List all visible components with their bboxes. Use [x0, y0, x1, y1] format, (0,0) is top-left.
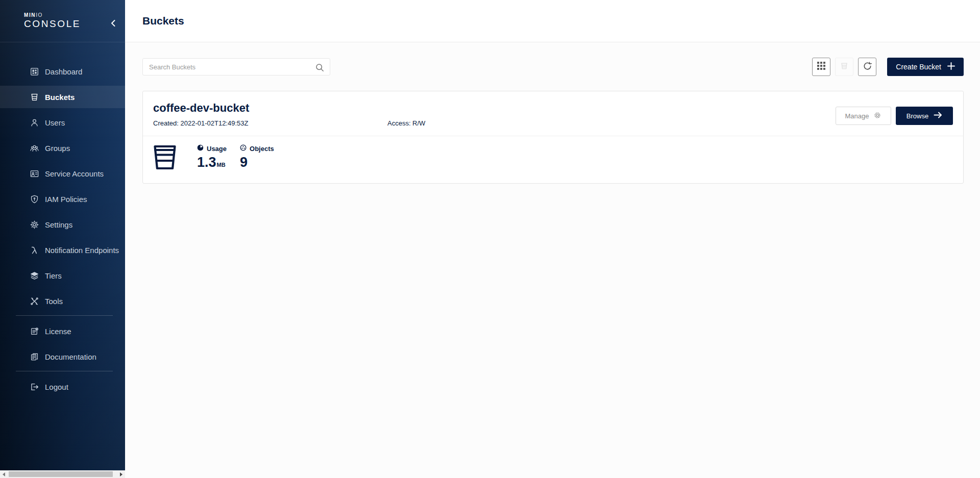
documentation-icon [30, 352, 39, 362]
browse-button[interactable]: Browse [896, 107, 953, 125]
sidebar-item-label: Documentation [45, 353, 96, 361]
arrow-right-icon [934, 112, 942, 120]
sidebar-item-label: Notification Endpoints [45, 246, 119, 255]
refresh-button[interactable] [858, 58, 876, 76]
browse-label: Browse [906, 112, 928, 120]
bucket-icon [153, 144, 177, 172]
plus-icon [947, 62, 955, 71]
sidebar-item-documentation[interactable]: Documentation [0, 345, 125, 368]
search-icon [315, 63, 324, 74]
buckets-icon [30, 92, 39, 102]
sidebar-item-label: Buckets [45, 93, 75, 102]
content-area: Create Bucket coffee-dev-bucket Created:… [125, 42, 980, 184]
usage-icon [197, 144, 204, 153]
usage-value-row: 1.3 MB [197, 155, 227, 170]
objects-icon [240, 144, 247, 153]
sidebar-item-label: Service Accounts [45, 169, 104, 178]
minio-console-logo: MINIO CONSOLE [24, 12, 81, 30]
groups-icon [30, 143, 39, 153]
service-accounts-icon [30, 169, 39, 179]
objects-value-row: 9 [240, 155, 274, 170]
toolbar-actions: Create Bucket [812, 58, 964, 76]
sidebar-item-logout[interactable]: Logout [0, 375, 125, 398]
search-input[interactable] [143, 59, 330, 75]
bucket-info: coffee-dev-bucket Created: 2022-01-02T12… [153, 102, 425, 127]
logo-row: MINIO CONSOLE [0, 0, 125, 42]
create-bucket-label: Create Bucket [896, 63, 941, 71]
logo-minio-text: MINIO [24, 12, 81, 18]
usage-value: 1.3 [197, 155, 216, 170]
scroll-right-arrow-icon[interactable] [117, 470, 125, 478]
sidebar-item-service-accounts[interactable]: Service Accounts [0, 162, 125, 185]
sidebar-horizontal-scrollbar[interactable] [0, 470, 125, 478]
bucket-access: Access: R/W [387, 119, 425, 127]
users-icon [30, 118, 39, 128]
sidebar-item-settings[interactable]: Settings [0, 213, 125, 236]
bucket-actions: Manage Browse [836, 107, 953, 125]
sidebar-item-notification-endpoints[interactable]: Notification Endpoints [0, 239, 125, 261]
tiers-icon [30, 271, 39, 281]
sidebar-item-label: Groups [45, 144, 70, 153]
bucket-meta: Created: 2022-01-02T12:49:53Z Access: R/… [153, 119, 425, 127]
objects-value: 9 [240, 155, 248, 170]
objects-label-row: Objects [240, 144, 274, 153]
sidebar: MINIO CONSOLE Dashboard Buckets Users [0, 0, 125, 478]
sidebar-divider [16, 315, 113, 316]
notification-endpoints-icon [30, 245, 39, 255]
gear-icon [873, 111, 881, 121]
create-bucket-button[interactable]: Create Bucket [887, 58, 964, 76]
scrollbar-track[interactable] [8, 470, 117, 478]
usage-unit: MB [217, 162, 226, 168]
sidebar-item-label: Logout [45, 383, 68, 391]
bucket-created: Created: 2022-01-02T12:49:53Z [153, 119, 387, 127]
sidebar-item-tiers[interactable]: Tiers [0, 264, 125, 287]
refresh-icon [863, 61, 872, 73]
sidebar-nav: Dashboard Buckets Users Groups Service A [0, 42, 125, 398]
page-header: Buckets [125, 0, 980, 42]
sidebar-item-iam-policies[interactable]: IAM Policies [0, 188, 125, 210]
objects-metric: Objects 9 [240, 144, 274, 170]
tools-icon [30, 296, 39, 306]
sidebar-item-groups[interactable]: Groups [0, 137, 125, 159]
settings-icon [30, 220, 39, 230]
sidebar-item-dashboard[interactable]: Dashboard [0, 60, 125, 83]
sidebar-item-buckets[interactable]: Buckets [0, 86, 125, 108]
manage-button[interactable]: Manage [836, 107, 891, 125]
logo-console-text: CONSOLE [24, 18, 81, 30]
grid-view-icon [817, 61, 826, 72]
bucket-card: coffee-dev-bucket Created: 2022-01-02T12… [142, 91, 964, 184]
usage-metric: Usage 1.3 MB [197, 144, 227, 170]
license-icon [30, 326, 39, 336]
scroll-left-arrow-icon[interactable] [0, 470, 8, 478]
dashboard-icon [30, 67, 39, 77]
toolbar: Create Bucket [142, 58, 964, 76]
iam-policies-icon [30, 194, 39, 204]
bucket-name[interactable]: coffee-dev-bucket [153, 102, 425, 115]
usage-label: Usage [207, 145, 227, 153]
bucket-list-view-icon [840, 61, 849, 72]
page-title: Buckets [142, 15, 184, 27]
sidebar-item-label: Tools [45, 297, 63, 306]
objects-label: Objects [250, 145, 274, 153]
grid-view-button[interactable] [812, 58, 830, 76]
sidebar-item-license[interactable]: License [0, 320, 125, 342]
main-area: Buckets [125, 0, 980, 478]
scrollbar-thumb[interactable] [9, 471, 113, 477]
sidebar-item-label: Users [45, 118, 65, 127]
sidebar-item-label: IAM Policies [45, 195, 87, 204]
collapse-sidebar-icon[interactable] [109, 19, 117, 27]
logout-icon [30, 382, 39, 392]
sidebar-item-tools[interactable]: Tools [0, 290, 125, 312]
list-view-button [835, 58, 853, 76]
sidebar-item-label: Tiers [45, 271, 62, 280]
manage-label: Manage [845, 112, 869, 120]
bucket-card-header: coffee-dev-bucket Created: 2022-01-02T12… [143, 91, 963, 136]
search-box [142, 58, 330, 76]
sidebar-item-users[interactable]: Users [0, 111, 125, 134]
bucket-card-metrics: Usage 1.3 MB Objects 9 [143, 136, 963, 183]
sidebar-divider [16, 371, 113, 371]
sidebar-item-label: Settings [45, 220, 72, 229]
sidebar-item-label: Dashboard [45, 67, 82, 76]
sidebar-item-label: License [45, 327, 71, 336]
usage-label-row: Usage [197, 144, 227, 153]
